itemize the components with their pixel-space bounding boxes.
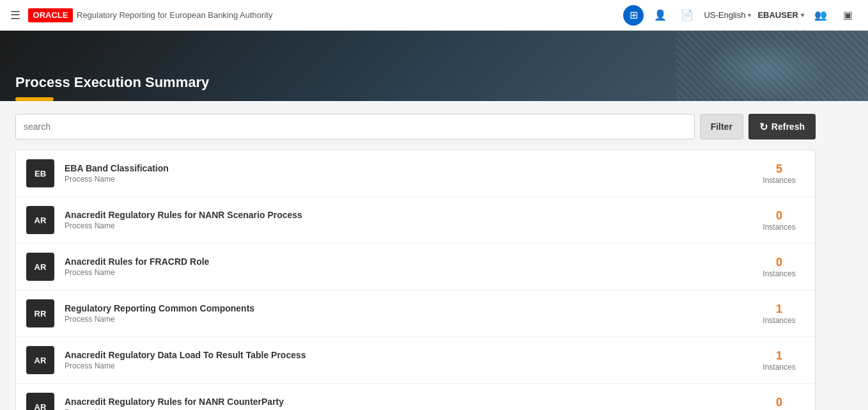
process-name: Regulatory Reporting Common Components: [65, 303, 743, 313]
process-info: Anacredit Regulatory Rules for NANR Scen…: [65, 210, 743, 230]
search-row: Filter ↻ Refresh: [15, 114, 816, 139]
process-avatar: AR: [26, 346, 54, 374]
user-menu[interactable]: EBAUSER ▾: [757, 10, 804, 20]
count-number: 5: [754, 162, 805, 176]
user-label: EBAUSER: [757, 10, 798, 20]
process-label-text: Process Name: [65, 221, 743, 230]
topnav: ☰ ORACLE Regulatory Reporting for Europe…: [0, 0, 868, 31]
process-name: EBA Band Classification: [65, 163, 743, 173]
process-count: 0 Instances: [754, 256, 805, 278]
process-name: Anacredit Regulatory Rules for NANR Scen…: [65, 210, 743, 220]
app-title: Regulatory Reporting for European Bankin…: [77, 10, 272, 20]
page-title: Process Execution Summary: [15, 74, 209, 91]
list-item[interactable]: RR Regulatory Reporting Common Component…: [16, 290, 815, 337]
process-count: 1 Instances: [754, 303, 805, 325]
list-item[interactable]: AR Anacredit Regulatory Rules for NANR S…: [16, 197, 815, 244]
process-avatar: AR: [26, 206, 54, 234]
process-avatar: EB: [26, 159, 54, 187]
count-label: Instances: [754, 316, 805, 325]
process-avatar: AR: [26, 253, 54, 281]
process-label-text: Process Name: [65, 175, 743, 184]
count-label: Instances: [754, 176, 805, 185]
process-count: 0 Instances: [754, 209, 805, 232]
person-icon-button[interactable]: 👤: [650, 5, 670, 26]
process-avatar: AR: [26, 393, 54, 410]
process-count: 5 Instances: [754, 162, 805, 185]
count-label: Instances: [754, 269, 805, 278]
list-item[interactable]: AR Anacredit Regulatory Rules for NANR C…: [16, 384, 815, 410]
filter-button[interactable]: Filter: [700, 114, 743, 139]
refresh-button[interactable]: ↻ Refresh: [748, 114, 816, 139]
count-label: Instances: [754, 363, 805, 372]
filter-label: Filter: [711, 122, 732, 132]
process-label-text: Process Name: [65, 268, 743, 277]
list-item[interactable]: AR Anacredit Regulatory Data Load To Res…: [16, 337, 815, 384]
settings-icon-button[interactable]: ▣: [837, 5, 858, 26]
language-label: US-English: [704, 10, 745, 20]
topnav-icons: ⊞ 👤 📄 US-English ▾ EBAUSER ▾ 👥 ▣: [623, 5, 858, 26]
user-chevron-icon: ▾: [801, 12, 804, 19]
process-avatar: RR: [26, 299, 54, 327]
doc-icon-button[interactable]: 📄: [677, 5, 697, 26]
banner-accent-bar: [15, 97, 54, 101]
list-item[interactable]: AR Anacredit Rules for FRACRD Role Proce…: [16, 244, 815, 290]
process-name: Anacredit Rules for FRACRD Role: [65, 256, 743, 267]
count-number: 1: [754, 349, 805, 363]
main-content: Filter ↻ Refresh EB EBA Band Classificat…: [0, 101, 831, 410]
process-info: Anacredit Regulatory Data Load To Result…: [65, 350, 743, 370]
banner-pattern-deco: [676, 31, 868, 101]
oracle-logo: ORACLE Regulatory Reporting for European…: [28, 8, 272, 22]
search-input[interactable]: [15, 114, 695, 139]
banner: Process Execution Summary: [0, 31, 868, 101]
language-chevron-icon: ▾: [748, 12, 751, 19]
user-group-icon-button[interactable]: 👥: [810, 5, 831, 26]
process-label-text: Process Name: [65, 315, 743, 324]
process-info: Regulatory Reporting Common Components P…: [65, 303, 743, 324]
process-label-text: Process Name: [65, 361, 743, 370]
apps-icon-button[interactable]: ⊞: [623, 5, 644, 26]
process-info: EBA Band Classification Process Name: [65, 163, 743, 184]
list-item[interactable]: EB EBA Band Classification Process Name …: [16, 150, 815, 197]
oracle-logo-image: ORACLE: [28, 8, 73, 22]
process-info: Anacredit Regulatory Rules for NANR Coun…: [65, 397, 743, 410]
refresh-icon: ↻: [759, 121, 768, 133]
count-label: Instances: [754, 223, 805, 232]
refresh-label: Refresh: [771, 122, 805, 132]
process-info: Anacredit Rules for FRACRD Role Process …: [65, 256, 743, 277]
process-name: Anacredit Regulatory Data Load To Result…: [65, 350, 743, 360]
count-number: 0: [754, 209, 805, 223]
count-number: 0: [754, 256, 805, 269]
process-name: Anacredit Regulatory Rules for NANR Coun…: [65, 397, 743, 407]
count-number: 1: [754, 303, 805, 316]
process-count: 1 Instances: [754, 349, 805, 372]
process-list: EB EBA Band Classification Process Name …: [15, 150, 816, 410]
process-count: 0 Instances: [754, 396, 805, 411]
hamburger-icon[interactable]: ☰: [10, 8, 20, 22]
count-number: 0: [754, 396, 805, 409]
language-selector[interactable]: US-English ▾: [704, 10, 751, 20]
